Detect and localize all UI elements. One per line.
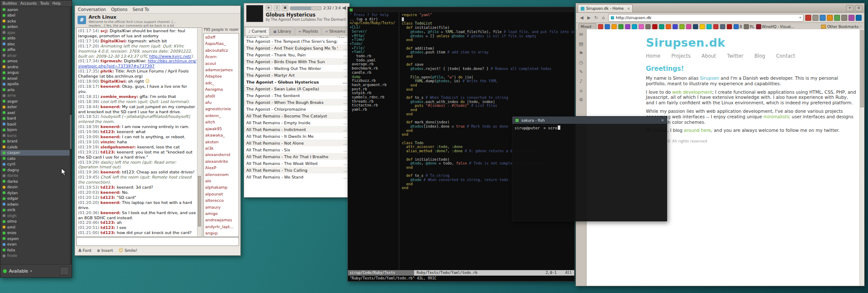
toolbar-extension-icon-2[interactable]	[812, 15, 818, 21]
buddy-item[interactable]: emil	[0, 224, 70, 230]
user-list-item[interactable]: alo	[205, 178, 237, 184]
tab-streams[interactable]: ≈Streams	[322, 27, 348, 35]
buddy-item[interactable]: alvar	[0, 53, 70, 59]
buddy-item[interactable]: felix	[0, 247, 70, 253]
chat-scrollbar[interactable]	[197, 28, 201, 236]
buddy-item[interactable]: dagny	[0, 167, 70, 173]
buddy-item[interactable]: caleb	[0, 144, 70, 150]
buddy-item[interactable]: arne	[0, 93, 70, 99]
user-list-item[interactable]: alphakamp	[205, 184, 237, 190]
user-list-item[interactable]: alexanderrst	[205, 151, 237, 158]
playlist-row[interactable]: The Agonist - Thank You, Pain...	[244, 51, 349, 58]
buddy-icon-box[interactable]	[60, 267, 69, 275]
buddy-item[interactable]: boris	[0, 133, 70, 139]
user-list-item[interactable]: amigo	[205, 210, 237, 217]
seek-slider[interactable]	[290, 6, 322, 10]
buddy-item[interactable]: bjorn	[0, 127, 70, 133]
buddy-item[interactable]: edwin	[0, 201, 70, 207]
panel-selector[interactable]: Mixed ▾	[579, 23, 596, 30]
buddy-item[interactable]: acke	[0, 18, 70, 24]
user-list-item[interactable]: al3k	[205, 145, 237, 151]
terminal-content[interactable]: sirup@puter>scro	[512, 124, 667, 221]
user-list-item[interactable]: afo0l	[205, 93, 237, 99]
tab-list-icon[interactable]: ▾	[846, 5, 854, 11]
playlist-row[interactable]: All That Remains - Six...	[244, 146, 349, 153]
buddy-item[interactable]: bard	[0, 116, 70, 122]
buddy-item[interactable]: cyril	[0, 162, 70, 167]
playlist-row[interactable]: All That Remains - It Dwells In Me...	[244, 133, 349, 140]
buddy-item[interactable]: casper	[0, 150, 70, 156]
menu-item-conversation[interactable]: Conversation	[78, 7, 106, 12]
playlist-row[interactable]: The Agonist - Birds Elope With The Sun..…	[244, 58, 349, 65]
menu-item-tools[interactable]: Tools	[40, 1, 49, 6]
playlist-row[interactable]: The Agonist - The Sentient...	[244, 92, 349, 99]
settings-panel-icon[interactable]: ⚙	[579, 97, 583, 103]
home-panel-icon[interactable]: ⌂	[580, 88, 583, 93]
page-link[interactable]: web development	[672, 89, 712, 95]
buddy-item[interactable]: eirik	[0, 207, 70, 213]
bookmark-favicon-1[interactable]	[598, 24, 603, 29]
buddy-item[interactable]: ajax	[0, 30, 70, 36]
toolbar-button-smile[interactable]: ☺Smile!	[118, 248, 137, 253]
bookmark-favicon-11[interactable]	[666, 24, 671, 29]
buddy-item[interactable]: cato	[0, 156, 70, 162]
tab-library[interactable]: ▦Library	[270, 27, 295, 35]
buddy-item[interactable]: edgar	[0, 196, 70, 202]
playlist-row[interactable]: All That Remains - Become The Catalyst..…	[244, 112, 349, 119]
history-panel-icon[interactable]: ◷	[579, 60, 583, 65]
user-list-item[interactable]: alexandrite	[205, 158, 237, 165]
tab-current[interactable]: ♪Current	[245, 27, 270, 35]
user-list-item[interactable]: Acorn	[205, 53, 237, 60]
bookmark-favicon-12[interactable]	[673, 24, 678, 29]
toolbar-extension-icon-7[interactable]	[849, 15, 854, 21]
buddy-item[interactable]: aldo	[0, 36, 70, 42]
scrollbar-thumb[interactable]	[860, 30, 864, 107]
bookmark-favicon-9[interactable]	[652, 24, 657, 29]
toolbar-button-insert[interactable]: ⊕Insert	[97, 248, 113, 253]
playlist-row[interactable]: The Agonist - Chlorpromazine...	[244, 106, 349, 112]
buddy-list-scrollbar[interactable]	[70, 7, 72, 264]
music-panel-icon[interactable]: ♪	[579, 78, 582, 84]
user-list-item[interactable]: Aenigma	[205, 86, 237, 92]
user-list-item[interactable]: aidenn_	[205, 112, 237, 119]
mail-panel-icon[interactable]: ✉	[579, 32, 583, 37]
playlist-row[interactable]: All That Remains - Empty Inside...	[244, 119, 349, 126]
toolbar-extension-icon-8[interactable]	[856, 15, 862, 21]
buddy-item[interactable]: darko	[0, 179, 70, 184]
tab-close-icon[interactable]: ✕	[627, 7, 630, 11]
buddy-item[interactable]: evan	[0, 242, 70, 248]
buddy-item[interactable]: eligh	[0, 213, 70, 219]
user-list-item[interactable]: ajwak95	[205, 126, 237, 132]
playlist-row[interactable]: The Agonist - Globus Hystericus...	[244, 78, 349, 85]
playlist-row[interactable]: The Agonist - The Tempest (The Siren's S…	[244, 38, 349, 45]
user-list-item[interactable]: adamorjames	[205, 67, 237, 73]
toolbar-extension-icon-6[interactable]	[841, 15, 847, 21]
message-input[interactable]	[76, 237, 239, 246]
toolbar-extension-icon-1[interactable]	[805, 15, 811, 21]
playlist-row[interactable]: All That Remains - We Stand...	[244, 173, 349, 180]
url-dropdown-icon[interactable]: ▾	[799, 16, 801, 20]
menu-item-send-to[interactable]: Send To	[133, 7, 149, 12]
reload-button[interactable]: ↻	[593, 15, 599, 20]
url-field[interactable]: http://sirupsen.dk ▾	[608, 14, 804, 22]
toolbar-extension-icon-4[interactable]	[827, 15, 833, 21]
nav-link-home[interactable]: Home	[646, 53, 660, 59]
bookmark-favicon-19[interactable]	[720, 24, 725, 29]
buddy-item[interactable]: angus	[0, 70, 70, 76]
bookmark-favicon-20[interactable]	[727, 24, 732, 29]
buddy-item[interactable]: dylan	[0, 190, 70, 196]
user-list-item[interactable]: alienvenom	[205, 171, 237, 178]
links-panel-icon[interactable]: ✎	[579, 69, 583, 75]
bookmark-favicon-6[interactable]	[632, 24, 637, 29]
closed-tabs-icon[interactable]: ⊗	[855, 5, 862, 11]
user-list-item[interactable]: adc_	[205, 80, 237, 86]
buddy-item[interactable]: dante	[0, 173, 70, 179]
buddy-item[interactable]: amos	[0, 59, 70, 64]
nav-link-blog[interactable]: Blog	[754, 53, 765, 59]
buddy-item[interactable]: arlo	[0, 87, 70, 93]
playlist-row[interactable]: All That Remains - The Air That I Breath…	[244, 153, 349, 160]
buddy-item[interactable]: abel	[0, 13, 70, 19]
playlist-row[interactable]: All That Remains - This Calling...	[244, 167, 349, 173]
user-list-item[interactable]: abcoutallcz	[205, 47, 237, 53]
playlist-row[interactable]: All That Remains - Indictment...	[244, 126, 349, 133]
